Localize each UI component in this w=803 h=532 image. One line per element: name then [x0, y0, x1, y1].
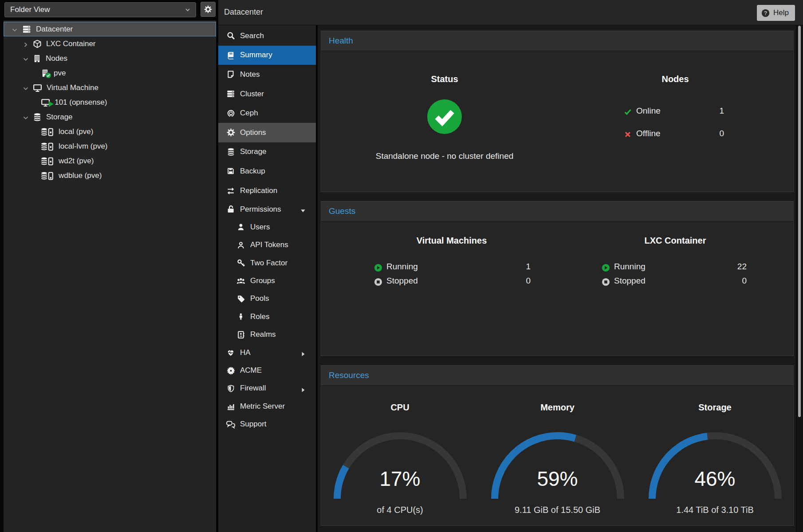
guests-column-title: Virtual Machines [334, 236, 570, 246]
tree-node-label: local (pve) [59, 127, 93, 136]
resource-tree-sidebar: Folder View DatacenterLXC ContainerNodes… [0, 0, 218, 532]
tree-node-wd2t-pve[interactable]: wd2t (pve) [4, 154, 216, 168]
tags-icon [236, 294, 246, 303]
shield-icon [226, 384, 236, 393]
menu-item-backup[interactable]: Backup [218, 162, 316, 181]
guests-column-title: LXC Container [557, 236, 793, 246]
tree-node-wdblue-pve[interactable]: wdblue (pve) [4, 168, 216, 183]
tree-node-label: local-lvm (pve) [59, 142, 108, 151]
menu-item-label: Metric Server [240, 402, 285, 411]
health-panel-header: Health [321, 31, 793, 51]
node-state-value: 0 [719, 129, 724, 138]
db-disk-mid-icon [41, 157, 54, 166]
menu-item-roles[interactable]: Roles [218, 308, 316, 326]
question-circle-icon: ? [761, 9, 770, 17]
tree-node-label: Virtual Machine [47, 83, 98, 92]
datacenter-icon [22, 25, 31, 34]
menu-item-label: Two Factor [250, 259, 287, 268]
guest-state-value: 0 [742, 276, 747, 286]
chart-icon [226, 402, 236, 411]
cluster-icon [226, 90, 236, 99]
expander-down-icon[interactable] [22, 114, 29, 121]
tree-node-nodes[interactable]: Nodes [4, 51, 216, 66]
menu-item-two-factor[interactable]: Two Factor [218, 254, 316, 272]
menu-item-acme[interactable]: ACME [218, 362, 316, 379]
status-message: Standalone node - no cluster defined [327, 151, 563, 161]
guest-state-label: Stopped [386, 276, 526, 286]
menu-item-groups[interactable]: Groups [218, 272, 316, 290]
gauge-title: CPU [321, 402, 479, 413]
replication-icon [226, 186, 236, 195]
help-button[interactable]: ? Help [757, 5, 795, 21]
node-state-label: Offline [636, 129, 719, 138]
tree-node-label: 101 (opnsense) [55, 98, 107, 107]
db-disk-low-icon [41, 171, 54, 180]
menu-item-label: Users [250, 223, 270, 232]
menu-item-users[interactable]: Users [218, 218, 316, 236]
view-selector[interactable]: Folder View [4, 2, 196, 17]
gauge-cpu: CPU17%of 4 CPU(s) [321, 386, 479, 525]
stop-circle-icon [602, 277, 610, 285]
menu-item-replication[interactable]: Replication [218, 181, 316, 201]
menu-item-ha[interactable]: HA [218, 343, 316, 361]
expander-down-icon[interactable] [11, 26, 18, 33]
menu-item-storage[interactable]: Storage [218, 142, 316, 162]
menu-item-label: Search [240, 32, 264, 40]
expander-down-icon[interactable] [22, 55, 29, 62]
menu-item-firewall[interactable]: Firewall [218, 379, 316, 397]
guests-panel: Guests Virtual MachinesRunning1Stopped0L… [321, 201, 794, 356]
heartbeat-icon [226, 348, 236, 357]
gauge-percent: 59% [479, 467, 636, 491]
tree-settings-button[interactable] [201, 2, 216, 17]
tree-node-datacenter[interactable]: Datacenter [4, 22, 216, 36]
resources-panel-body: CPU17%of 4 CPU(s)Memory59%9.11 GiB of 15… [321, 386, 793, 525]
gear-icon [226, 128, 236, 137]
monitor-icon [33, 83, 42, 92]
menu-item-cluster[interactable]: Cluster [218, 84, 316, 104]
tree-node-label: LXC Container [46, 39, 96, 48]
menu-item-search[interactable]: Search [218, 26, 316, 46]
tree-node-local-pve[interactable]: local (pve) [4, 124, 216, 139]
menu-item-options[interactable]: Options [218, 123, 316, 142]
tree-node-label: Storage [46, 113, 73, 122]
content-scrollbar[interactable] [796, 25, 803, 532]
gauge-arc [329, 428, 471, 502]
menu-item-ceph[interactable]: Ceph [218, 103, 316, 123]
menu-item-support[interactable]: Support [218, 415, 316, 433]
menu-item-label: Realms [250, 330, 276, 339]
menu-item-summary[interactable]: Summary [218, 46, 316, 65]
tree-node-pve[interactable]: pve [4, 66, 216, 80]
menu-item-api-tokens[interactable]: API Tokens [218, 236, 316, 254]
tree-node-lxc-container[interactable]: LXC Container [4, 36, 216, 51]
guest-state-label: Running [386, 262, 526, 272]
menu-item-label: Options [240, 128, 266, 137]
menu-item-label: Summary [240, 51, 272, 59]
tree-node-label: Nodes [46, 54, 67, 63]
gauge-sublabel: of 4 CPU(s) [321, 505, 479, 515]
menu-item-label: Cluster [240, 90, 264, 99]
menu-item-permissions[interactable]: Permissions [218, 200, 316, 218]
expander-right-icon[interactable] [22, 40, 29, 47]
floppy-icon [226, 167, 236, 176]
tree-node-virtual-machine[interactable]: Virtual Machine [4, 80, 216, 95]
check-icon [624, 107, 632, 115]
health-panel: Health Status Standalone node - no clust… [321, 31, 794, 192]
gauge-title: Memory [479, 402, 636, 413]
scrollbar-thumb[interactable] [798, 26, 801, 417]
health-status-column: Status Standalone node - no cluster defi… [321, 51, 557, 191]
caret-right-icon [300, 350, 306, 356]
tree-node-local-lvm-pve[interactable]: local-lvm (pve) [4, 139, 216, 154]
status-title: Status [327, 74, 563, 84]
person-icon [236, 312, 246, 321]
expander-down-icon[interactable] [22, 84, 29, 91]
status-ok-icon [426, 99, 463, 137]
menu-item-realms[interactable]: Realms [218, 326, 316, 343]
menu-item-pools[interactable]: Pools [218, 290, 316, 307]
guest-state-label: Stopped [614, 276, 742, 286]
guest-state-value: 22 [737, 262, 747, 272]
tree-node-storage[interactable]: Storage [4, 110, 216, 124]
tree-node-101-opnsense[interactable]: 101 (opnsense) [4, 95, 216, 110]
health-panel-body: Status Standalone node - no cluster defi… [321, 51, 793, 191]
menu-item-metric-server[interactable]: Metric Server [218, 398, 316, 415]
menu-item-notes[interactable]: Notes [218, 65, 316, 84]
